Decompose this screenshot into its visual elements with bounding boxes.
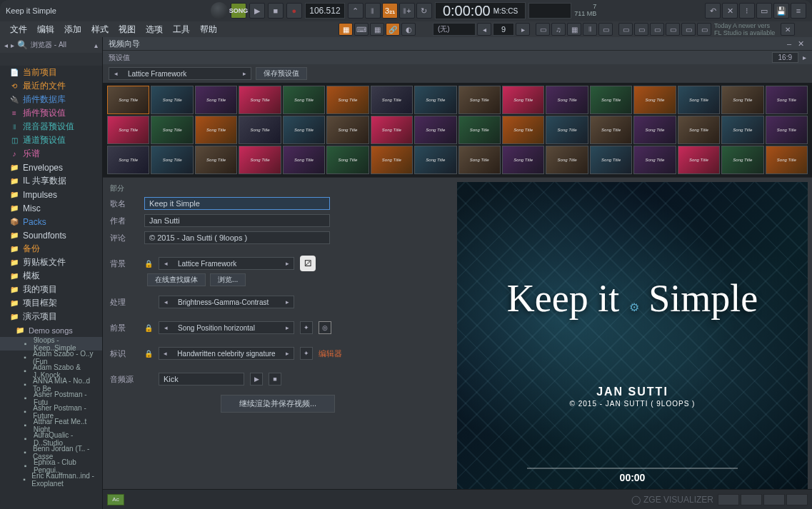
preset-thumbnail[interactable]: Song Title xyxy=(678,86,720,114)
menu-file[interactable]: 文件 xyxy=(6,22,31,37)
menu-options[interactable]: 选项 xyxy=(141,22,167,37)
step-edit-button[interactable]: ▦ xyxy=(370,23,384,36)
preset-thumbnail[interactable]: Song Title xyxy=(458,116,501,144)
hint-close-icon[interactable]: ✕ xyxy=(781,23,795,36)
fg-target-icon[interactable]: ◎ xyxy=(319,321,331,334)
bg-prev-icon[interactable]: ◂ xyxy=(159,260,172,267)
collapse-icon[interactable]: ▴ xyxy=(94,41,98,49)
preset-thumbnail[interactable]: Song Title xyxy=(590,146,632,174)
preset-thumbnail[interactable]: Song Title xyxy=(458,146,501,174)
sig-combo[interactable]: ◂ Handwritten celebrity signature ▸ xyxy=(159,347,294,360)
preset-thumbnail[interactable]: Song Title xyxy=(195,116,237,144)
mixer-button[interactable]: ⫴ xyxy=(583,23,597,36)
preset-thumbnail[interactable]: Song Title xyxy=(590,116,632,144)
browser-item[interactable]: ♪乐谱 xyxy=(0,147,102,161)
view-btn-3[interactable]: ▭ xyxy=(650,23,664,36)
song-input[interactable]: Keep it Simple xyxy=(144,197,330,210)
save-button[interactable]: 💾 xyxy=(773,3,789,19)
preset-thumbnail[interactable]: Song Title xyxy=(239,86,281,114)
save-preset-button[interactable]: 保存预设值 xyxy=(256,67,307,80)
menu-add[interactable]: 添加 xyxy=(60,22,86,37)
preset-thumbnail[interactable]: Song Title xyxy=(107,116,149,144)
browser-item[interactable]: ⫴混音器预设值 xyxy=(0,120,102,133)
midi-button[interactable]: ◐ xyxy=(401,23,416,36)
stop-button[interactable]: ■ xyxy=(268,3,284,19)
view-btn-1[interactable]: ▭ xyxy=(618,23,633,36)
sig-lock-icon[interactable]: 🔒 xyxy=(144,350,153,358)
fg-next-icon[interactable]: ▸ xyxy=(281,324,294,331)
browser-song-item[interactable]: ▪Asher Postman - Futu xyxy=(0,391,102,405)
wizard-min-icon[interactable]: – xyxy=(783,39,795,49)
metronome-button[interactable]: ⌃ xyxy=(348,3,364,19)
menu-help[interactable]: 帮助 xyxy=(196,22,221,37)
browser-item[interactable]: 📁Envelopes xyxy=(0,161,102,174)
browser-song-item[interactable]: ▪Adam Szabo & J..Knock xyxy=(0,364,102,378)
render-video-button[interactable]: 继续渲染并保存视频... xyxy=(221,395,335,413)
nav-back-icon[interactable]: ◂ xyxy=(4,41,8,49)
browser-button[interactable]: ▭ xyxy=(598,23,613,36)
preset-thumbnail[interactable]: Song Title xyxy=(151,116,193,144)
view-btn-5[interactable]: ▭ xyxy=(681,23,696,36)
audio-stop-icon[interactable]: ■ xyxy=(269,373,281,385)
preset-thumbnail[interactable]: Song Title xyxy=(283,116,325,144)
preset-thumbnail[interactable]: Song Title xyxy=(371,86,413,114)
playlist-button[interactable]: ▭ xyxy=(536,23,550,36)
play-button[interactable]: ▶ xyxy=(249,3,265,19)
bg-lock-icon[interactable]: 🔒 xyxy=(144,260,153,268)
nav-fwd-icon[interactable]: ▸ xyxy=(11,41,14,49)
aspect-selector[interactable]: 16:9 xyxy=(772,52,798,63)
browser-song-item[interactable]: ▪Eric Kauffman..ind - Exoplanet xyxy=(0,473,102,486)
editor-link[interactable]: 编辑器 xyxy=(319,348,342,359)
browser-item[interactable]: 📄当前项目 xyxy=(0,66,102,79)
settings-button[interactable]: ⁝ xyxy=(739,3,755,19)
browser-item[interactable]: 📦Packs xyxy=(0,215,102,228)
sig-next-icon[interactable]: ▸ xyxy=(281,350,294,357)
audio-clip[interactable]: Ac xyxy=(107,494,124,505)
sig-prev-icon[interactable]: ◂ xyxy=(159,350,171,357)
audio-play-icon[interactable]: ▶ xyxy=(250,373,263,385)
browser-subfolder[interactable]: 📁Demo songs xyxy=(0,323,102,337)
pat-prev[interactable]: ◂ xyxy=(477,23,491,36)
preset-combo[interactable]: ◂ Lattice Framework ▸ xyxy=(109,67,251,80)
preset-thumbnail[interactable]: Song Title xyxy=(633,86,676,114)
preset-thumbnail[interactable]: Song Title xyxy=(546,116,588,144)
view-btn-4[interactable]: ▭ xyxy=(666,23,680,36)
browser-item[interactable]: ⟲最近的文件 xyxy=(0,79,102,93)
process-combo[interactable]: ◂ Brightness-Gamma-Contrast ▸ xyxy=(159,296,294,308)
browser-item[interactable]: 🔌插件数据库 xyxy=(0,93,102,106)
author-input[interactable]: Jan Sutti xyxy=(144,214,330,227)
preset-thumbnail[interactable]: Song Title xyxy=(326,146,369,174)
preset-thumbnail[interactable]: Song Title xyxy=(458,86,501,114)
browser-item[interactable]: 📁Misc xyxy=(0,201,102,215)
browser-song-item[interactable]: ▪AuraQualic - D..Studio xyxy=(0,432,102,445)
menu-view[interactable]: 视图 xyxy=(114,22,140,37)
piano-roll-button[interactable]: ♫ xyxy=(551,23,566,36)
preset-thumbnail[interactable]: Song Title xyxy=(371,146,413,174)
main-volume-knob[interactable] xyxy=(211,2,228,19)
menu-patterns[interactable]: 样式 xyxy=(87,22,113,37)
render-button[interactable]: ≡ xyxy=(791,3,806,19)
view-btn-2[interactable]: ▭ xyxy=(634,23,648,36)
preset-thumbnail[interactable]: Song Title xyxy=(239,116,281,144)
browser-song-item[interactable]: ▪Benn Jordan (T.. - Casse xyxy=(0,445,102,459)
preset-thumbnail[interactable]: Song Title xyxy=(283,146,325,174)
audio-input[interactable]: Kick xyxy=(159,373,244,385)
search-icon[interactable]: 🔍 xyxy=(17,40,28,50)
track-header[interactable] xyxy=(718,494,739,505)
preset-thumbnail[interactable]: Song Title xyxy=(590,86,632,114)
loop-button[interactable]: ↻ xyxy=(416,3,432,19)
bg-combo[interactable]: ◂ Lattice Framework ▸ xyxy=(159,257,294,270)
preset-thumbnail[interactable]: Song Title xyxy=(151,146,193,174)
preset-thumbnail[interactable]: Song Title xyxy=(414,146,456,174)
track-header[interactable] xyxy=(741,494,762,505)
browser-item[interactable]: 📁模板 xyxy=(0,269,102,283)
browser-song-item[interactable]: ▪Adam Szabo - O..y (Fun xyxy=(0,351,102,364)
track-header[interactable] xyxy=(786,494,808,505)
preset-thumbnail[interactable]: Song Title xyxy=(766,86,808,114)
preset-thumbnail[interactable]: Song Title xyxy=(546,146,588,174)
preset-thumbnail[interactable]: Song Title xyxy=(414,116,456,144)
preset-thumbnail[interactable]: Song Title xyxy=(151,86,193,114)
browser-item[interactable]: 📁项目框架 xyxy=(0,296,102,310)
menu-edit[interactable]: 编辑 xyxy=(33,22,59,37)
preset-thumbnail[interactable]: Song Title xyxy=(326,86,369,114)
